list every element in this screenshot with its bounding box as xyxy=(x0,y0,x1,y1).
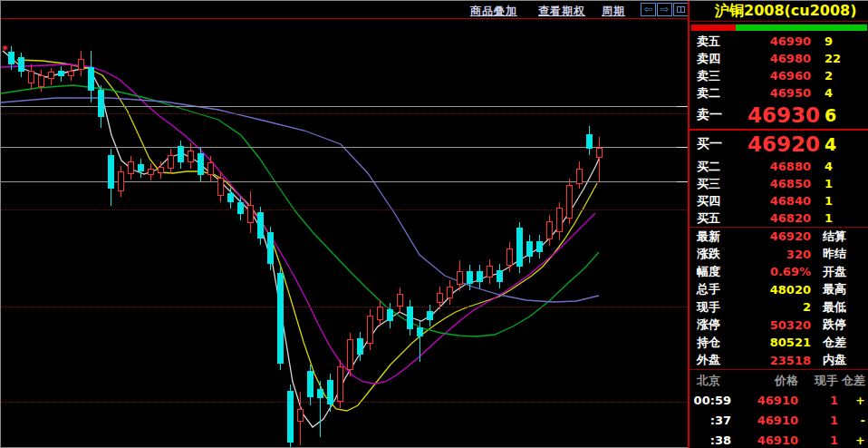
candle xyxy=(148,169,154,175)
ask-levels: 卖五469909卖四4698022卖三469602卖二469504卖一46930… xyxy=(690,33,868,129)
chart-area[interactable]: * xyxy=(1,1,688,448)
stat-value: 23518 xyxy=(744,354,811,367)
candle xyxy=(477,271,483,282)
ask-level-qty: 6 xyxy=(811,105,867,125)
price-edge-tick xyxy=(677,147,688,148)
tick-qty: 1 xyxy=(798,414,838,427)
stat-right-label: 开盘 xyxy=(811,264,868,280)
tick-list: 北京 价格 现手 仓差 00:59469101+:37469101-:38469… xyxy=(690,372,868,448)
stat-right-label: 最低 xyxy=(811,299,868,316)
gridline xyxy=(1,147,688,148)
tick-oi-change: + xyxy=(838,394,867,407)
candle xyxy=(227,193,234,202)
bid-level-price: 46920 xyxy=(747,132,811,156)
ratio-bar-buy-segment xyxy=(736,24,868,31)
ask-level-row[interactable]: 卖一469306 xyxy=(690,102,868,129)
gridline xyxy=(1,209,688,210)
ask-level-qty: 9 xyxy=(811,34,867,48)
split-window-icon[interactable] xyxy=(673,3,689,16)
stat-right-label: 结算 xyxy=(811,229,868,245)
arrow-right-icon[interactable]: ⇨ xyxy=(657,3,672,16)
chart-start-marker: * xyxy=(2,43,8,56)
candle xyxy=(377,307,383,320)
candle xyxy=(277,273,284,364)
stat-value: 50320 xyxy=(744,318,811,332)
candle xyxy=(566,185,573,219)
ma-green xyxy=(1,85,599,336)
tick-time: 00:59 xyxy=(690,394,731,407)
bid-level-qty: 1 xyxy=(811,211,867,225)
candle xyxy=(427,311,433,320)
ask-level-qty: 4 xyxy=(811,86,867,100)
ask-level-row[interactable]: 卖五469909 xyxy=(690,33,868,50)
bid-level-label: 买五 xyxy=(697,210,747,227)
arrow-left-icon[interactable]: ⇦ xyxy=(641,3,656,16)
candle xyxy=(467,271,473,284)
candle xyxy=(287,391,294,443)
stat-label: 总手 xyxy=(697,281,744,297)
moving-average-lines xyxy=(1,1,688,448)
stat-value: 48020 xyxy=(744,283,811,297)
bid-level-label: 买二 xyxy=(697,159,747,175)
bid-level-label: 买三 xyxy=(697,176,747,192)
tick-qty: 1 xyxy=(798,394,838,407)
menu-view-options[interactable]: 查看期权 xyxy=(538,4,585,19)
bid-level-row[interactable]: 买三468501 xyxy=(690,175,868,192)
tick-divider xyxy=(690,369,868,370)
candle xyxy=(68,71,74,76)
ask-level-row[interactable]: 卖四4698022 xyxy=(690,50,868,67)
stat-label: 涨停 xyxy=(697,317,744,333)
candle xyxy=(457,271,463,285)
bid-level-row[interactable]: 买五468201 xyxy=(690,209,868,227)
bid-level-row[interactable]: 买二468804 xyxy=(690,158,868,175)
candle xyxy=(217,178,224,196)
stat-value: 46920 xyxy=(744,229,811,243)
tick-time: :38 xyxy=(690,433,731,447)
candle xyxy=(407,307,413,329)
bid-level-row[interactable]: 买一469204 xyxy=(690,131,868,158)
tick-row: 00:59469101+ xyxy=(690,390,868,410)
tick-rows: 00:59469101+:37469101-:38469101+ xyxy=(690,390,868,448)
tick-header-lots: 现手 xyxy=(798,373,838,389)
ask-level-price: 46960 xyxy=(747,69,811,83)
candle xyxy=(267,232,274,264)
bid-level-price: 46850 xyxy=(747,177,811,190)
stat-right-label: 昨结 xyxy=(811,246,868,262)
tick-price: 46910 xyxy=(731,433,798,447)
stat-label: 最新 xyxy=(697,229,744,245)
candle xyxy=(487,266,493,278)
candle xyxy=(437,293,443,303)
candle xyxy=(8,52,14,64)
ask-level-qty: 22 xyxy=(811,52,867,65)
menu-overlay-commodity[interactable]: 商品叠加 xyxy=(470,4,517,19)
bid-level-qty: 1 xyxy=(811,177,867,190)
stats-section: 最新46920结算涨跌320昨结幅度0.69%开盘总手48020最高现手2最低涨… xyxy=(690,228,868,369)
candle xyxy=(128,161,134,174)
bid-level-price: 46880 xyxy=(747,160,811,173)
ask-level-row[interactable]: 卖三469602 xyxy=(690,67,868,84)
ask-level-price: 46990 xyxy=(747,34,811,48)
tick-header-price: 价格 xyxy=(731,373,798,389)
menu-period[interactable]: 周期 xyxy=(602,4,625,19)
candle xyxy=(417,327,423,336)
candle xyxy=(556,208,563,232)
candle xyxy=(546,221,553,239)
stat-right-label: 仓差 xyxy=(811,335,868,351)
candle xyxy=(516,228,523,267)
candle xyxy=(207,162,214,175)
gridline xyxy=(1,402,688,403)
stat-row: 现手2最低 xyxy=(690,298,868,317)
tick-header-oi: 仓差 xyxy=(838,373,867,389)
candle xyxy=(307,371,313,397)
split-window-glyph xyxy=(677,6,685,13)
stat-row: 外盘23518内盘 xyxy=(690,352,868,370)
ask-level-row[interactable]: 卖二469504 xyxy=(690,84,868,102)
stat-right-label: 最高 xyxy=(811,281,868,297)
tick-header-time: 北京 xyxy=(690,373,731,389)
ma-magenta xyxy=(1,64,595,384)
bid-level-row[interactable]: 买四468401 xyxy=(690,192,868,209)
stat-label: 幅度 xyxy=(697,264,744,280)
stat-row: 涨跌320昨结 xyxy=(690,246,868,264)
ask-level-price: 46930 xyxy=(747,103,811,127)
candle xyxy=(38,75,44,87)
